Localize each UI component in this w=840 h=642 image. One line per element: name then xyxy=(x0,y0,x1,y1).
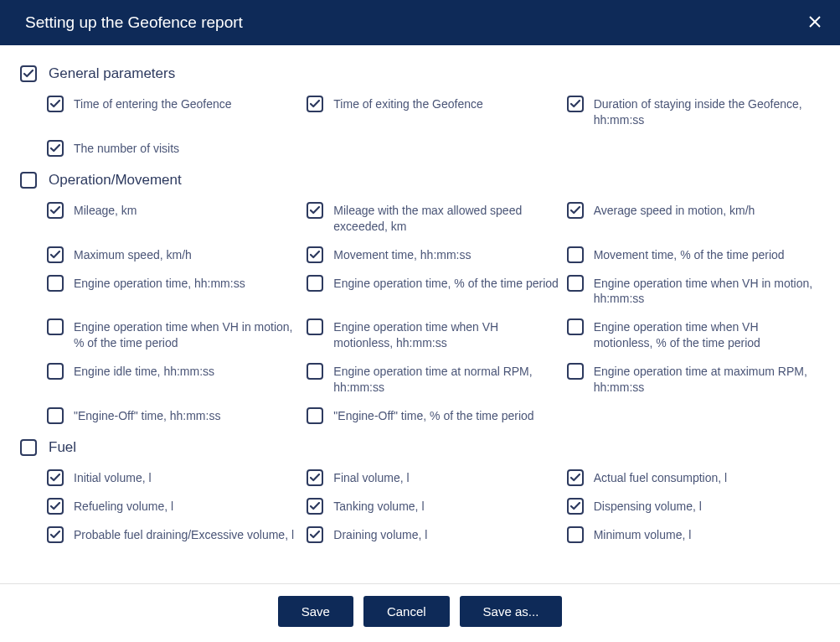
modal-header: Setting up the Geofence report xyxy=(0,0,840,45)
save-as-button[interactable]: Save as... xyxy=(460,596,563,627)
option-item: Average speed in motion, km/h xyxy=(567,202,820,235)
option-label: Movement time, hh:mm:ss xyxy=(333,246,471,263)
option-label: "Engine-Off" time, hh:mm:ss xyxy=(74,407,220,424)
section-header: Fuel xyxy=(20,439,820,456)
option-checkbox[interactable] xyxy=(307,469,323,486)
option-item: Engine operation time at maximum RPM, hh… xyxy=(567,363,820,396)
option-label: Initial volume, l xyxy=(74,469,152,486)
section-items: Time of entering the GeofenceTime of exi… xyxy=(20,96,820,157)
option-item: Engine operation time when VH in motion,… xyxy=(47,318,300,351)
section-checkbox-general[interactable] xyxy=(20,65,37,82)
option-label: Time of entering the Geofence xyxy=(74,96,232,112)
section-checkbox-fuel[interactable] xyxy=(20,439,37,456)
section-items: Mileage, kmMileage with the max allowed … xyxy=(20,202,820,424)
section-header: General parameters xyxy=(20,65,820,82)
option-checkbox[interactable] xyxy=(307,498,323,515)
option-checkbox[interactable] xyxy=(47,526,64,543)
option-label: Engine operation time when VH motionless… xyxy=(594,318,820,351)
option-checkbox[interactable] xyxy=(47,140,64,157)
option-item: Final volume, l xyxy=(307,469,559,486)
option-label: Engine operation time at maximum RPM, hh… xyxy=(594,363,820,396)
option-checkbox[interactable] xyxy=(307,202,323,219)
option-label: Duration of staying inside the Geofence,… xyxy=(594,96,820,128)
section-operation: Operation/MovementMileage, kmMileage wit… xyxy=(20,172,820,424)
section-header: Operation/Movement xyxy=(20,172,820,189)
option-item: Engine operation time when VH in motion,… xyxy=(567,275,820,308)
section-checkbox-operation[interactable] xyxy=(20,172,37,189)
close-icon xyxy=(809,14,821,32)
option-checkbox[interactable] xyxy=(47,96,64,112)
option-checkbox[interactable] xyxy=(567,96,584,112)
option-item: Duration of staying inside the Geofence,… xyxy=(567,96,820,128)
option-item: Engine operation time when VH motionless… xyxy=(567,318,820,351)
option-checkbox[interactable] xyxy=(47,469,64,486)
option-item: Refueling volume, l xyxy=(47,498,300,515)
option-checkbox[interactable] xyxy=(47,363,64,380)
option-label: Engine operation time, hh:mm:ss xyxy=(74,275,245,292)
option-item: Engine operation time when VH motionless… xyxy=(307,318,559,351)
option-label: Draining volume, l xyxy=(333,526,427,543)
option-label: Engine operation time when VH motionless… xyxy=(333,318,559,351)
modal-title: Setting up the Geofence report xyxy=(25,13,243,32)
modal-body: General parametersTime of entering the G… xyxy=(0,45,840,583)
option-label: Engine operation time when VH in motion,… xyxy=(594,275,820,308)
option-checkbox[interactable] xyxy=(47,498,64,515)
option-checkbox[interactable] xyxy=(567,318,584,335)
option-label: Actual fuel consumption, l xyxy=(594,469,728,486)
option-label: Tanking volume, l xyxy=(333,498,424,515)
option-label: Maximum speed, km/h xyxy=(74,246,192,263)
option-item: Engine operation time, % of the time per… xyxy=(307,275,559,308)
option-checkbox[interactable] xyxy=(47,318,64,335)
option-item: Time of exiting the Geofence xyxy=(307,96,559,128)
option-checkbox[interactable] xyxy=(307,526,323,543)
option-checkbox[interactable] xyxy=(567,526,584,543)
option-checkbox[interactable] xyxy=(47,246,64,263)
option-label: Time of exiting the Geofence xyxy=(333,96,482,112)
option-checkbox[interactable] xyxy=(47,202,64,219)
option-label: Movement time, % of the time period xyxy=(594,246,785,263)
save-button[interactable]: Save xyxy=(278,596,353,627)
option-item: Engine operation time at normal RPM, hh:… xyxy=(307,363,559,396)
option-checkbox[interactable] xyxy=(567,275,584,292)
option-item: "Engine-Off" time, hh:mm:ss xyxy=(47,407,300,424)
option-item: Time of entering the Geofence xyxy=(47,96,300,128)
option-label: Final volume, l xyxy=(333,469,409,486)
option-checkbox[interactable] xyxy=(307,96,323,112)
option-checkbox[interactable] xyxy=(307,246,323,263)
option-item: Mileage with the max allowed speed excee… xyxy=(307,202,559,235)
section-title: Operation/Movement xyxy=(49,172,182,189)
option-checkbox[interactable] xyxy=(567,202,584,219)
option-checkbox[interactable] xyxy=(307,407,323,424)
option-checkbox[interactable] xyxy=(567,498,584,515)
option-checkbox[interactable] xyxy=(567,363,584,380)
section-fuel: FuelInitial volume, lFinal volume, lActu… xyxy=(20,439,820,543)
section-general: General parametersTime of entering the G… xyxy=(20,65,820,157)
option-checkbox[interactable] xyxy=(567,246,584,263)
option-label: Dispensing volume, l xyxy=(594,498,702,515)
option-item: Minimum volume, l xyxy=(567,526,820,543)
option-label: Average speed in motion, km/h xyxy=(594,202,755,219)
option-item: Movement time, hh:mm:ss xyxy=(307,246,559,263)
option-checkbox[interactable] xyxy=(307,275,323,292)
cancel-button[interactable]: Cancel xyxy=(363,596,450,627)
option-checkbox[interactable] xyxy=(307,363,323,380)
option-checkbox[interactable] xyxy=(567,469,584,486)
option-checkbox[interactable] xyxy=(47,275,64,292)
option-label: The number of visits xyxy=(74,140,179,157)
close-button[interactable] xyxy=(807,14,823,31)
option-label: Mileage, km xyxy=(74,202,137,219)
option-item: Probable fuel draining/Excessive volume,… xyxy=(47,526,300,543)
option-item: Mileage, km xyxy=(47,202,300,235)
option-label: Probable fuel draining/Excessive volume,… xyxy=(74,526,294,543)
option-item: Initial volume, l xyxy=(47,469,300,486)
option-item: "Engine-Off" time, % of the time period xyxy=(307,407,559,424)
section-items: Initial volume, lFinal volume, lActual f… xyxy=(20,469,820,543)
option-checkbox[interactable] xyxy=(47,407,64,424)
option-item: The number of visits xyxy=(47,140,300,157)
option-item: Dispensing volume, l xyxy=(567,498,820,515)
option-item: Engine idle time, hh:mm:ss xyxy=(47,363,300,396)
option-checkbox[interactable] xyxy=(307,318,323,335)
option-label: Engine operation time, % of the time per… xyxy=(333,275,559,292)
option-item: Tanking volume, l xyxy=(307,498,559,515)
modal-footer: Save Cancel Save as... xyxy=(0,583,840,642)
